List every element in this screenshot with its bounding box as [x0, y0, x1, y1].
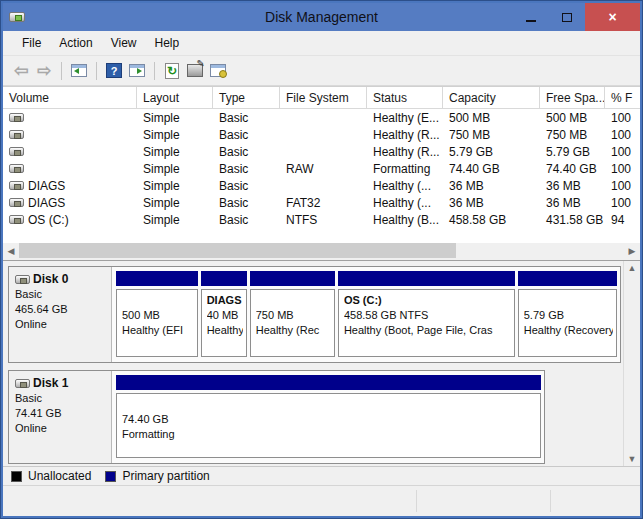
- partition[interactable]: OS (C:) 458.58 GB NTFS Healthy (Boot, Pa…: [338, 271, 515, 357]
- refresh-icon[interactable]: ↻: [162, 62, 182, 80]
- scrollbar-thumb[interactable]: [19, 243, 456, 258]
- status-bar: [3, 485, 640, 516]
- primary-partition-swatch: [105, 471, 116, 482]
- disk-properties-icon[interactable]: [185, 62, 205, 80]
- partition-color-bar: [201, 271, 247, 286]
- partition[interactable]: 5.79 GB Healthy (Recovery: [518, 271, 617, 357]
- partition[interactable]: 500 MB Healthy (EFI: [116, 271, 198, 357]
- volume-icon: [9, 130, 24, 139]
- show-action-pane-icon[interactable]: [127, 62, 147, 80]
- scroll-up-icon[interactable]: ▲: [628, 263, 637, 273]
- menu-file[interactable]: File: [13, 32, 50, 54]
- scroll-right-icon[interactable]: ▶: [624, 243, 640, 258]
- menu-view[interactable]: View: [102, 32, 146, 54]
- disk-size: 74.41 GB: [15, 406, 107, 421]
- disk-status: Online: [15, 421, 107, 436]
- toolbar-separator: [61, 62, 62, 80]
- disk-icon: [15, 379, 30, 388]
- toolbar-separator: [96, 62, 97, 80]
- legend-bar: Unallocated Primary partition: [3, 466, 640, 485]
- back-icon[interactable]: ⇦: [11, 62, 31, 80]
- table-row[interactable]: DIAGS Simple Basic FAT32 Healthy (... 36…: [3, 194, 640, 211]
- partition-color-bar: [250, 271, 335, 286]
- statusbar-separator: [550, 490, 551, 512]
- volume-icon: [9, 181, 24, 190]
- graphical-view-pane: Disk 0 Basic 465.64 GB Online 500 MB Hea…: [3, 261, 640, 466]
- partition-color-bar: [338, 271, 515, 286]
- volume-list-header: Volume Layout Type File System Status Ca…: [3, 87, 640, 109]
- list-empty-area: [3, 228, 640, 243]
- partition[interactable]: 74.40 GB Formatting: [116, 375, 541, 458]
- disk-1-row: Disk 1 Basic 74.41 GB Online 74.40 GB Fo…: [8, 370, 545, 464]
- vertical-scrollbar[interactable]: ▲ ▼: [623, 261, 640, 466]
- column-header-file-system[interactable]: File System: [280, 87, 367, 109]
- scrollbar-track[interactable]: [456, 243, 624, 258]
- volume-icon: [9, 113, 24, 122]
- table-row[interactable]: DIAGS Simple Basic Healthy (... 36 MB 36…: [3, 177, 640, 194]
- table-row[interactable]: Simple Basic Healthy (E... 500 MB 500 MB…: [3, 109, 640, 126]
- table-row[interactable]: Simple Basic Healthy (R... 750 MB 750 MB…: [3, 126, 640, 143]
- column-header-volume[interactable]: Volume: [3, 87, 137, 109]
- toolbar-separator: [154, 62, 155, 80]
- disk-management-window: Disk Management × File Action View Help …: [0, 0, 643, 519]
- partition-color-bar: [116, 271, 198, 286]
- menu-help[interactable]: Help: [146, 32, 189, 54]
- volume-list: Volume Layout Type File System Status Ca…: [3, 86, 640, 258]
- unallocated-swatch: [11, 471, 22, 482]
- column-header-type[interactable]: Type: [213, 87, 280, 109]
- disk-status: Online: [15, 317, 107, 332]
- show-console-tree-icon[interactable]: [69, 62, 89, 80]
- disk-1-partitions: 74.40 GB Formatting: [112, 371, 544, 463]
- disk-0-row: Disk 0 Basic 465.64 GB Online 500 MB Hea…: [8, 266, 621, 363]
- legend-primary-partition-label: Primary partition: [122, 469, 209, 483]
- volume-icon: [9, 198, 24, 207]
- title-bar: Disk Management ×: [3, 3, 640, 31]
- column-header-free-space[interactable]: Free Spa...: [540, 87, 605, 109]
- partition-color-bar: [518, 271, 617, 286]
- disk-0-label[interactable]: Disk 0 Basic 465.64 GB Online: [9, 267, 112, 362]
- menu-action[interactable]: Action: [50, 32, 101, 54]
- volume-icon: [9, 215, 24, 224]
- column-header-percent-free[interactable]: % F: [605, 87, 640, 109]
- column-header-capacity[interactable]: Capacity: [443, 87, 540, 109]
- column-header-layout[interactable]: Layout: [137, 87, 213, 109]
- window-title: Disk Management: [3, 9, 640, 25]
- rescan-disks-icon[interactable]: [208, 62, 228, 80]
- disk-1-label[interactable]: Disk 1 Basic 74.41 GB Online: [9, 371, 112, 463]
- volume-icon: [9, 147, 24, 156]
- partition[interactable]: DIAGS 40 MB Healthy: [201, 271, 247, 357]
- toolbar: ⇦ ⇨ ? ↻: [3, 56, 640, 86]
- scroll-down-icon[interactable]: ▼: [628, 454, 637, 464]
- column-header-status[interactable]: Status: [367, 87, 443, 109]
- disk-size: 465.64 GB: [15, 302, 107, 317]
- statusbar-separator: [416, 490, 417, 512]
- forward-icon[interactable]: ⇨: [34, 62, 54, 80]
- legend-unallocated-label: Unallocated: [28, 469, 91, 483]
- table-row[interactable]: Simple Basic RAW Formatting 74.40 GB 74.…: [3, 160, 640, 177]
- horizontal-scrollbar[interactable]: ◀ ▶: [3, 243, 640, 258]
- table-row[interactable]: OS (C:) Simple Basic NTFS Healthy (B... …: [3, 211, 640, 228]
- scroll-left-icon[interactable]: ◀: [3, 243, 19, 258]
- disk-0-partitions: 500 MB Healthy (EFI DIAGS 40 MB Healthy: [112, 267, 620, 362]
- disk-type: Basic: [15, 391, 107, 406]
- menu-bar: File Action View Help: [3, 31, 640, 56]
- help-icon[interactable]: ?: [104, 62, 124, 80]
- table-row[interactable]: Simple Basic Healthy (R... 5.79 GB 5.79 …: [3, 143, 640, 160]
- volume-icon: [9, 164, 24, 173]
- partition-color-bar: [116, 375, 541, 390]
- disk-type: Basic: [15, 287, 107, 302]
- disk-icon: [15, 275, 30, 284]
- partition[interactable]: 750 MB Healthy (Rec: [250, 271, 335, 357]
